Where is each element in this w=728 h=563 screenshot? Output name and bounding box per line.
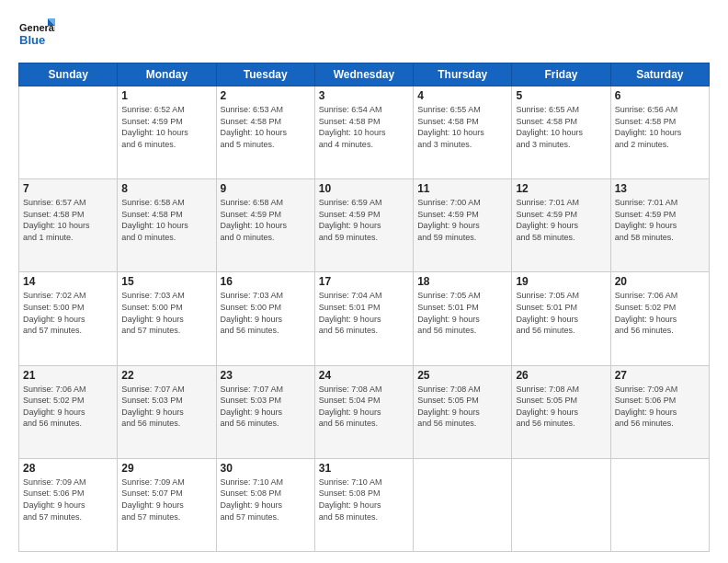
calendar-cell: 5Sunrise: 6:55 AM Sunset: 4:58 PM Daylig…: [512, 86, 610, 179]
day-number: 22: [121, 369, 211, 382]
day-info: Sunrise: 7:03 AM Sunset: 5:00 PM Dayligh…: [221, 290, 311, 336]
calendar-cell: [512, 458, 610, 551]
day-info: Sunrise: 6:55 AM Sunset: 4:58 PM Dayligh…: [516, 104, 606, 150]
calendar-cell: 28Sunrise: 7:09 AM Sunset: 5:06 PM Dayli…: [19, 458, 118, 551]
day-number: 25: [417, 369, 507, 382]
calendar-cell: [414, 458, 512, 551]
day-info: Sunrise: 7:06 AM Sunset: 5:02 PM Dayligh…: [615, 290, 705, 336]
day-number: 9: [221, 182, 311, 195]
page: General Blue SundayMondayTuesdayWednesda…: [0, 0, 728, 563]
day-number: 7: [23, 182, 113, 195]
day-number: 23: [221, 369, 311, 382]
calendar-cell: 6Sunrise: 6:56 AM Sunset: 4:58 PM Daylig…: [610, 86, 709, 179]
day-number: 1: [121, 89, 211, 102]
calendar-cell: 1Sunrise: 6:52 AM Sunset: 4:59 PM Daylig…: [118, 86, 216, 179]
day-number: 5: [516, 89, 606, 102]
calendar-header-row: SundayMondayTuesdayWednesdayThursdayFrid…: [19, 63, 710, 86]
calendar-cell: 25Sunrise: 7:08 AM Sunset: 5:05 PM Dayli…: [414, 365, 512, 458]
day-info: Sunrise: 6:53 AM Sunset: 4:58 PM Dayligh…: [221, 104, 311, 150]
calendar-cell: 18Sunrise: 7:05 AM Sunset: 5:01 PM Dayli…: [414, 272, 512, 365]
day-info: Sunrise: 6:59 AM Sunset: 4:59 PM Dayligh…: [319, 197, 409, 243]
calendar-cell: 17Sunrise: 7:04 AM Sunset: 5:01 PM Dayli…: [314, 272, 413, 365]
day-info: Sunrise: 7:07 AM Sunset: 5:03 PM Dayligh…: [121, 384, 211, 430]
day-number: 10: [319, 182, 409, 195]
calendar-cell: 13Sunrise: 7:01 AM Sunset: 4:59 PM Dayli…: [610, 179, 709, 272]
day-info: Sunrise: 7:08 AM Sunset: 5:04 PM Dayligh…: [319, 384, 409, 430]
day-header-monday: Monday: [118, 63, 216, 86]
calendar-cell: 14Sunrise: 7:02 AM Sunset: 5:00 PM Dayli…: [19, 272, 118, 365]
day-info: Sunrise: 7:01 AM Sunset: 4:59 PM Dayligh…: [615, 197, 705, 243]
calendar-cell: 24Sunrise: 7:08 AM Sunset: 5:04 PM Dayli…: [314, 365, 413, 458]
day-number: 17: [319, 275, 409, 288]
calendar-cell: 12Sunrise: 7:01 AM Sunset: 4:59 PM Dayli…: [512, 179, 610, 272]
calendar-cell: 15Sunrise: 7:03 AM Sunset: 5:00 PM Dayli…: [118, 272, 216, 365]
day-number: 3: [319, 89, 409, 102]
header: General Blue: [18, 17, 710, 53]
calendar-week-row: 7Sunrise: 6:57 AM Sunset: 4:58 PM Daylig…: [19, 179, 710, 272]
day-number: 4: [417, 89, 507, 102]
day-info: Sunrise: 7:10 AM Sunset: 5:08 PM Dayligh…: [319, 477, 409, 523]
day-number: 12: [516, 182, 606, 195]
calendar-cell: 2Sunrise: 6:53 AM Sunset: 4:58 PM Daylig…: [216, 86, 314, 179]
calendar-week-row: 28Sunrise: 7:09 AM Sunset: 5:06 PM Dayli…: [19, 458, 710, 551]
calendar-cell: 10Sunrise: 6:59 AM Sunset: 4:59 PM Dayli…: [314, 179, 413, 272]
day-info: Sunrise: 7:05 AM Sunset: 5:01 PM Dayligh…: [516, 290, 606, 336]
day-number: 8: [121, 182, 211, 195]
day-info: Sunrise: 7:02 AM Sunset: 5:00 PM Dayligh…: [23, 290, 113, 336]
day-number: 21: [23, 369, 113, 382]
day-info: Sunrise: 6:58 AM Sunset: 4:58 PM Dayligh…: [121, 197, 211, 243]
day-header-thursday: Thursday: [414, 63, 512, 86]
day-number: 20: [615, 275, 705, 288]
day-info: Sunrise: 7:08 AM Sunset: 5:05 PM Dayligh…: [516, 384, 606, 430]
calendar-cell: [19, 86, 118, 179]
day-info: Sunrise: 7:09 AM Sunset: 5:06 PM Dayligh…: [23, 477, 113, 523]
calendar-cell: 9Sunrise: 6:58 AM Sunset: 4:59 PM Daylig…: [216, 179, 314, 272]
svg-text:Blue: Blue: [19, 33, 45, 47]
calendar-cell: 19Sunrise: 7:05 AM Sunset: 5:01 PM Dayli…: [512, 272, 610, 365]
day-number: 2: [221, 89, 311, 102]
day-info: Sunrise: 6:52 AM Sunset: 4:59 PM Dayligh…: [121, 104, 211, 150]
day-header-saturday: Saturday: [610, 63, 709, 86]
calendar-cell: 20Sunrise: 7:06 AM Sunset: 5:02 PM Dayli…: [610, 272, 709, 365]
day-number: 16: [221, 275, 311, 288]
calendar-cell: 21Sunrise: 7:06 AM Sunset: 5:02 PM Dayli…: [19, 365, 118, 458]
day-number: 15: [121, 275, 211, 288]
calendar-cell: 23Sunrise: 7:07 AM Sunset: 5:03 PM Dayli…: [216, 365, 314, 458]
day-number: 11: [417, 182, 507, 195]
calendar-cell: 4Sunrise: 6:55 AM Sunset: 4:58 PM Daylig…: [414, 86, 512, 179]
day-info: Sunrise: 7:10 AM Sunset: 5:08 PM Dayligh…: [221, 477, 311, 523]
calendar-cell: 29Sunrise: 7:09 AM Sunset: 5:07 PM Dayli…: [118, 458, 216, 551]
calendar-table: SundayMondayTuesdayWednesdayThursdayFrid…: [18, 63, 710, 552]
calendar-cell: 11Sunrise: 7:00 AM Sunset: 4:59 PM Dayli…: [414, 179, 512, 272]
calendar-week-row: 1Sunrise: 6:52 AM Sunset: 4:59 PM Daylig…: [19, 86, 710, 179]
day-number: 24: [319, 369, 409, 382]
day-info: Sunrise: 6:55 AM Sunset: 4:58 PM Dayligh…: [417, 104, 507, 150]
day-info: Sunrise: 7:01 AM Sunset: 4:59 PM Dayligh…: [516, 197, 606, 243]
day-number: 29: [121, 462, 211, 475]
day-info: Sunrise: 7:08 AM Sunset: 5:05 PM Dayligh…: [417, 384, 507, 430]
day-number: 31: [319, 462, 409, 475]
day-number: 30: [221, 462, 311, 475]
calendar-cell: 22Sunrise: 7:07 AM Sunset: 5:03 PM Dayli…: [118, 365, 216, 458]
calendar-week-row: 14Sunrise: 7:02 AM Sunset: 5:00 PM Dayli…: [19, 272, 710, 365]
calendar-week-row: 21Sunrise: 7:06 AM Sunset: 5:02 PM Dayli…: [19, 365, 710, 458]
calendar-cell: 8Sunrise: 6:58 AM Sunset: 4:58 PM Daylig…: [118, 179, 216, 272]
day-header-tuesday: Tuesday: [216, 63, 314, 86]
calendar-cell: 7Sunrise: 6:57 AM Sunset: 4:58 PM Daylig…: [19, 179, 118, 272]
day-info: Sunrise: 7:07 AM Sunset: 5:03 PM Dayligh…: [221, 384, 311, 430]
calendar-cell: [610, 458, 709, 551]
day-info: Sunrise: 7:05 AM Sunset: 5:01 PM Dayligh…: [417, 290, 507, 336]
calendar-cell: 30Sunrise: 7:10 AM Sunset: 5:08 PM Dayli…: [216, 458, 314, 551]
calendar-cell: 27Sunrise: 7:09 AM Sunset: 5:06 PM Dayli…: [610, 365, 709, 458]
day-info: Sunrise: 7:09 AM Sunset: 5:06 PM Dayligh…: [615, 384, 705, 430]
day-header-sunday: Sunday: [19, 63, 118, 86]
day-number: 26: [516, 369, 606, 382]
calendar-cell: 3Sunrise: 6:54 AM Sunset: 4:58 PM Daylig…: [314, 86, 413, 179]
day-info: Sunrise: 7:04 AM Sunset: 5:01 PM Dayligh…: [319, 290, 409, 336]
day-info: Sunrise: 7:09 AM Sunset: 5:07 PM Dayligh…: [121, 477, 211, 523]
day-number: 18: [417, 275, 507, 288]
logo-svg: General Blue: [18, 17, 55, 53]
day-info: Sunrise: 6:56 AM Sunset: 4:58 PM Dayligh…: [615, 104, 705, 150]
calendar-cell: 31Sunrise: 7:10 AM Sunset: 5:08 PM Dayli…: [314, 458, 413, 551]
day-info: Sunrise: 6:58 AM Sunset: 4:59 PM Dayligh…: [221, 197, 311, 243]
